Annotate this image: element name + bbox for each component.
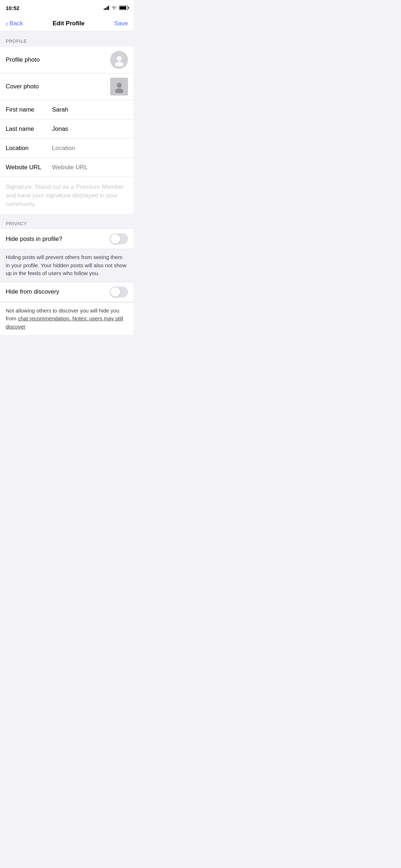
profile-photo-label: Profile photo [6,56,52,63]
privacy-section: Hide posts in profile? Hiding posts will… [0,229,134,335]
status-bar: 10:52 [0,0,134,16]
page-title: Edit Profile [52,20,84,27]
signal-icon [104,6,109,10]
back-label: Back [10,20,23,27]
status-time: 10:52 [6,5,19,11]
profile-section-header: PROFILE [0,31,134,47]
first-name-label: First name [6,106,52,113]
first-name-row[interactable]: First name [0,100,134,119]
cover-photo-row[interactable]: Cover photo [0,73,134,100]
hide-discovery-toggle[interactable] [110,286,128,298]
cover-photo-label: Cover photo [6,83,52,90]
save-button[interactable]: Save [114,20,128,27]
profile-photo-row[interactable]: Profile photo [0,47,134,73]
cover-photo-avatar[interactable] [110,78,128,95]
svg-point-3 [115,88,123,93]
chevron-left-icon: ‹ [6,20,8,27]
status-icons [104,6,128,10]
svg-point-2 [117,83,122,88]
person-square-icon [113,81,125,93]
person-icon [113,54,125,66]
first-name-input[interactable] [52,106,128,113]
nav-bar: ‹ Back Edit Profile Save [0,16,134,31]
profile-section: Profile photo Cover photo First name Las… [0,47,134,214]
last-name-label: Last name [6,125,52,133]
last-name-input[interactable] [52,125,128,133]
discovery-note-text: Not allowing others to discover you will… [6,308,123,330]
signature-placeholder: Signature: Stand out as a Premium Member… [6,183,128,208]
battery-icon [119,6,128,10]
last-name-row[interactable]: Last name [0,119,134,139]
profile-photo-avatar[interactable] [110,51,128,69]
hide-posts-info-text: Hiding posts will prevent others from se… [6,254,127,276]
svg-point-1 [115,61,123,66]
location-row[interactable]: Location [0,139,134,158]
toggle-knob-2 [110,287,120,297]
hide-discovery-label: Hide from discovery [6,288,59,295]
privacy-section-header: PRIVACY [0,214,134,229]
hide-posts-info: Hiding posts will prevent others from se… [0,249,134,282]
discovery-note: Not allowing others to discover you will… [0,302,134,335]
signature-row[interactable]: Signature: Stand out as a Premium Member… [0,177,134,214]
hide-discovery-row: Hide from discovery [0,282,134,302]
hide-posts-label: Hide posts in profile? [6,236,62,243]
hide-posts-row: Hide posts in profile? [0,229,134,249]
toggle-knob [110,234,120,244]
website-url-input[interactable] [52,164,128,171]
svg-point-0 [117,56,122,61]
website-url-row[interactable]: Website URL [0,158,134,177]
location-input[interactable] [52,145,128,152]
website-url-label: Website URL [6,164,52,171]
hide-posts-toggle[interactable] [110,233,128,244]
wifi-icon [111,6,117,10]
location-label: Location [6,145,52,152]
back-button[interactable]: ‹ Back [6,20,23,27]
